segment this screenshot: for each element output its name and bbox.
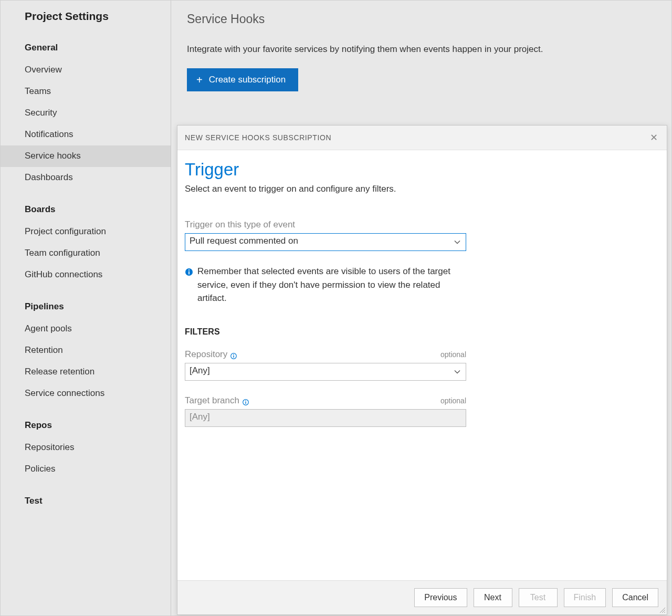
filters-heading: FILTERS [185, 327, 659, 337]
plus-icon: + [196, 75, 203, 85]
section-boards-label: Boards [1, 199, 171, 221]
resize-grip-icon[interactable] [658, 606, 666, 613]
section-repos-label: Repos [1, 415, 171, 437]
info-text: Remember that selected events are visibl… [197, 265, 466, 305]
sidebar-item-repositories[interactable]: Repositories [1, 437, 171, 458]
new-subscription-dialog: NEW SERVICE HOOKS SUBSCRIPTION ✕ Trigger… [177, 125, 667, 615]
sidebar-item-service-connections[interactable]: Service connections [1, 383, 171, 404]
previous-button[interactable]: Previous [414, 588, 467, 607]
sidebar-item-team-configuration[interactable]: Team configuration [1, 243, 171, 264]
page-title: Service Hooks [187, 12, 656, 26]
svg-rect-7 [245, 402, 246, 404]
info-icon [243, 398, 249, 404]
sidebar-item-overview[interactable]: Overview [1, 59, 171, 81]
trigger-subtitle: Select an event to trigger on and config… [185, 184, 659, 194]
sidebar-item-retention[interactable]: Retention [1, 340, 171, 361]
svg-rect-1 [188, 272, 190, 275]
event-type-label: Trigger on this type of event [185, 220, 659, 230]
dialog-header: NEW SERVICE HOOKS SUBSCRIPTION ✕ [177, 126, 667, 150]
svg-point-2 [188, 269, 190, 270]
repository-optional: optional [440, 350, 466, 359]
sidebar-title: Project Settings [1, 10, 171, 37]
target-branch-select: [Any] [185, 409, 466, 427]
target-branch-optional: optional [440, 396, 466, 405]
sidebar-item-dashboards[interactable]: Dashboards [1, 167, 171, 189]
cancel-button[interactable]: Cancel [612, 588, 658, 607]
test-button: Test [519, 588, 558, 607]
repository-select[interactable]: [Any] [185, 363, 466, 381]
sidebar-item-agent-pools[interactable]: Agent pools [1, 318, 171, 340]
sidebar: Project Settings General Overview Teams … [1, 1, 171, 615]
section-test-label: Test [1, 490, 171, 513]
svg-line-11 [664, 612, 665, 613]
repository-label: Repository [185, 349, 237, 360]
event-type-select-wrap: Pull request commented on [185, 233, 466, 251]
sidebar-item-release-retention[interactable]: Release retention [1, 361, 171, 383]
finish-button: Finish [564, 588, 606, 607]
info-icon [185, 267, 193, 275]
close-icon: ✕ [650, 132, 658, 143]
create-subscription-button[interactable]: + Create subscription [187, 68, 298, 91]
target-branch-label: Target branch [185, 395, 249, 406]
sidebar-item-service-hooks[interactable]: Service hooks [1, 145, 171, 167]
info-icon [230, 351, 237, 358]
sidebar-item-notifications[interactable]: Notifications [1, 124, 171, 145]
svg-rect-4 [234, 356, 234, 358]
target-branch-select-wrap: [Any] [185, 409, 466, 427]
info-row: Remember that selected events are visibl… [185, 265, 466, 305]
dialog-header-title: NEW SERVICE HOOKS SUBSCRIPTION [185, 133, 331, 142]
dialog-body: Trigger Select an event to trigger on an… [177, 150, 667, 580]
create-subscription-label: Create subscription [209, 75, 286, 85]
sidebar-item-policies[interactable]: Policies [1, 458, 171, 480]
event-type-select[interactable]: Pull request commented on [185, 233, 466, 251]
sidebar-item-github-connections[interactable]: GitHub connections [1, 264, 171, 286]
sidebar-item-security[interactable]: Security [1, 102, 171, 124]
page-description: Integrate with your favorite services by… [187, 44, 656, 55]
next-button[interactable]: Next [474, 588, 512, 607]
dialog-footer: Previous Next Test Finish Cancel [177, 580, 667, 614]
sidebar-item-project-configuration[interactable]: Project configuration [1, 221, 171, 243]
section-general-label: General [1, 37, 171, 59]
close-button[interactable]: ✕ [648, 132, 659, 143]
svg-point-5 [233, 354, 234, 355]
svg-point-8 [245, 400, 246, 401]
repository-select-wrap: [Any] [185, 363, 466, 381]
trigger-title: Trigger [185, 160, 659, 180]
sidebar-item-teams[interactable]: Teams [1, 81, 171, 102]
section-pipelines-label: Pipelines [1, 296, 171, 318]
